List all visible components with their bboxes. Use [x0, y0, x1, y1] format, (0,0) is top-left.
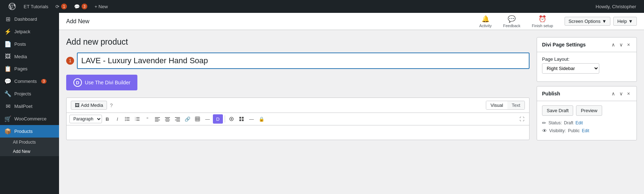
pages-icon: 📋 — [4, 65, 11, 72]
publish-collapse[interactable]: × — [626, 90, 631, 97]
sidebar-item-products[interactable]: 📦 Products — [0, 125, 59, 138]
svg-point-5 — [125, 120, 126, 121]
adminbar-site[interactable]: ET Tutorials — [20, 0, 52, 13]
publish-down[interactable]: ∨ — [618, 90, 624, 97]
step-badge: 1 — [66, 57, 74, 65]
products-icon: 📦 — [4, 128, 11, 135]
sidebar-item-posts[interactable]: 📄 Posts — [0, 38, 59, 50]
bold-button[interactable]: B — [103, 114, 112, 124]
sidebar-item-jetpack[interactable]: ⚡ Jetpack — [0, 25, 59, 38]
page-layout-select[interactable]: Right Sidebar — [542, 63, 599, 74]
unordered-list-button[interactable] — [123, 114, 132, 124]
sidebar-sub-add-new[interactable]: Add New — [0, 147, 59, 156]
divi-settings-title: Divi Page Settings — [542, 42, 607, 48]
paragraph-select[interactable]: Paragraph — [69, 115, 102, 123]
jetpack-icon: ⚡ — [4, 28, 11, 35]
align-left-button[interactable] — [153, 114, 162, 124]
svg-rect-19 — [166, 121, 169, 122]
add-media-label: Add Media — [81, 103, 103, 108]
align-right-button[interactable] — [173, 114, 182, 124]
svg-rect-23 — [176, 121, 180, 122]
sidebar-item-projects[interactable]: 🔧 Projects — [0, 88, 59, 100]
feedback-label: Feedback — [503, 24, 520, 28]
adminbar-updates[interactable]: ⟳ 1 — [52, 0, 70, 13]
sidebar-label-mailpoet: MailPoet — [14, 104, 33, 109]
align-center-button[interactable] — [163, 114, 172, 124]
visibility-value: Public — [568, 128, 580, 133]
updates-icon: ⟳ — [55, 4, 59, 9]
adminbar-comments[interactable]: 💬 3 — [70, 0, 91, 13]
visual-tab-label: Visual — [491, 103, 503, 108]
save-draft-button[interactable]: Save Draft — [542, 105, 573, 116]
editor-help-icon[interactable]: ? — [110, 103, 113, 108]
wp-logo[interactable] — [4, 3, 20, 10]
text-tab[interactable]: Text — [507, 101, 525, 109]
toolbar-custom2[interactable] — [237, 114, 246, 124]
sidebar-item-dashboard[interactable]: ⊞ Dashboard — [0, 13, 59, 25]
divi-settings-collapse[interactable]: × — [626, 41, 631, 48]
page-title-actions: Add New — [66, 18, 89, 25]
svg-rect-20 — [175, 117, 180, 118]
woocommerce-icon: 🛒 — [4, 115, 11, 122]
svg-rect-33 — [239, 119, 241, 121]
status-value: Draft — [564, 120, 573, 125]
svg-rect-16 — [165, 117, 170, 118]
preview-button[interactable]: Preview — [576, 105, 602, 116]
sidebar-item-woocommerce[interactable]: 🛒 WooCommerce — [0, 113, 59, 125]
status-row: ✏ Status: Draft Edit — [542, 120, 631, 126]
svg-rect-15 — [155, 121, 158, 122]
comments-icon: 💬 — [74, 4, 80, 9]
visual-text-tabs: Visual Text — [486, 101, 525, 110]
sidebar-label-projects: Projects — [14, 91, 31, 96]
activity-label: Activity — [479, 24, 492, 28]
preview-label: Preview — [581, 108, 597, 113]
help-button[interactable]: Help ▼ — [613, 17, 637, 26]
table-button[interactable] — [193, 114, 202, 124]
link-button[interactable]: 🔗 — [183, 114, 192, 124]
adminbar-new[interactable]: + New — [91, 0, 111, 13]
add-media-icon: 🖼 — [75, 103, 79, 108]
wp-more-button[interactable]: — — [203, 114, 212, 124]
activity-button[interactable]: 🔔 Activity — [473, 13, 497, 30]
sidebar-sub-all-products[interactable]: All Products — [0, 138, 59, 147]
finish-setup-button[interactable]: ⏰ Finish setup — [526, 13, 559, 30]
media-icon: 🖼 — [4, 53, 11, 60]
editor-body[interactable] — [67, 125, 529, 140]
divi-settings-up[interactable]: ∧ — [610, 41, 616, 48]
svg-rect-18 — [165, 120, 170, 120]
sidebar: ⊞ Dashboard ⚡ Jetpack 📄 Posts 🖼 Media 📋 … — [0, 13, 59, 194]
visual-tab[interactable]: Visual — [486, 101, 507, 109]
divi-settings-controls: ∧ ∨ × — [610, 41, 631, 48]
svg-rect-8 — [136, 120, 140, 121]
sidebar-item-media[interactable]: 🖼 Media — [0, 50, 59, 63]
sidebar-item-comments[interactable]: 💬 Comments 3 — [0, 75, 59, 88]
add-media-button[interactable]: 🖼 Add Media — [71, 101, 107, 110]
lock-button[interactable]: 🔒 — [257, 114, 266, 124]
publish-up[interactable]: ∧ — [610, 90, 616, 97]
sidebar-label-jetpack: Jetpack — [14, 29, 30, 34]
status-edit-link[interactable]: Edit — [575, 120, 583, 125]
ordered-list-button[interactable]: 1.2.3. — [133, 114, 142, 124]
visibility-edit-link[interactable]: Edit — [582, 128, 589, 133]
product-title-input[interactable] — [77, 53, 530, 69]
help-chevron: ▼ — [628, 19, 633, 24]
italic-button[interactable]: I — [113, 114, 122, 124]
main-content: Add New 🔔 Activity 💬 Feedback ⏰ Finish s… — [59, 13, 644, 194]
sidebar-item-pages[interactable]: 📋 Pages — [0, 63, 59, 75]
screen-options-chevron: ▼ — [602, 19, 607, 24]
sidebar-item-mailpoet[interactable]: ✉ MailPoet — [0, 100, 59, 113]
projects-icon: 🔧 — [4, 90, 11, 97]
publish-actions: Save Draft Preview — [542, 105, 631, 116]
divi-toolbar-button[interactable]: D — [213, 114, 223, 124]
blockquote-button[interactable]: " — [143, 114, 152, 124]
products-submenu: All Products Add New — [0, 138, 59, 156]
toolbar-custom1[interactable] — [227, 114, 236, 124]
expand-editor-button[interactable]: ⛶ — [517, 114, 526, 124]
divi-settings-down[interactable]: ∨ — [618, 41, 624, 48]
divi-builder-button[interactable]: D Use The Divi Builder — [66, 75, 137, 90]
toolbar-custom3[interactable]: — — [247, 114, 256, 124]
publish-body: Save Draft Preview ✏ Status: Draft Edit — [537, 101, 636, 140]
svg-rect-1 — [126, 119, 130, 119]
screen-options-button[interactable]: Screen Options ▼ — [565, 17, 610, 26]
feedback-button[interactable]: 💬 Feedback — [497, 13, 526, 30]
